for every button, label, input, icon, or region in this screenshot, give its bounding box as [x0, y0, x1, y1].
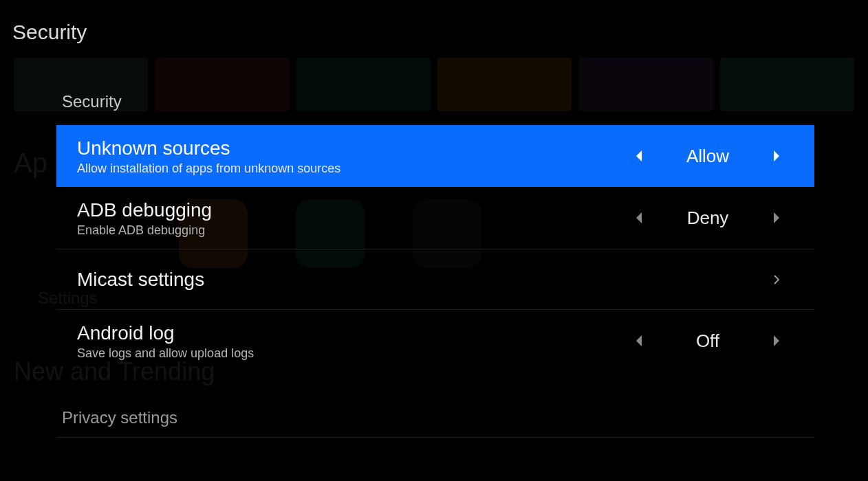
setting-title: Micast settings: [77, 267, 622, 291]
setting-desc: Save logs and allow upload logs: [77, 346, 622, 361]
setting-row-micast-settings[interactable]: Micast settings: [56, 249, 814, 310]
setting-title: Android log: [77, 321, 622, 345]
page-title: Security: [12, 21, 87, 44]
arrow-right-icon[interactable]: [759, 335, 794, 346]
value-selector: Deny: [622, 208, 794, 229]
setting-value: Deny: [656, 208, 759, 229]
divider: [56, 437, 814, 438]
value-selector: Off: [622, 331, 794, 352]
svg-marker-3: [774, 212, 779, 223]
setting-value: Allow: [656, 146, 759, 167]
setting-row-android-log[interactable]: Android log Save logs and allow upload l…: [56, 310, 814, 372]
setting-desc: Enable ADB debugging: [77, 223, 622, 238]
setting-text: Unknown sources Allow installation of ap…: [77, 136, 622, 176]
value-selector: Allow: [622, 146, 794, 167]
svg-marker-4: [636, 335, 642, 346]
arrow-left-icon[interactable]: [622, 150, 656, 161]
setting-row-unknown-sources[interactable]: Unknown sources Allow installation of ap…: [56, 125, 814, 187]
arrow-right-icon[interactable]: [759, 212, 794, 223]
arrow-left-icon[interactable]: [622, 212, 656, 223]
setting-value: Off: [656, 331, 759, 352]
background-apps-label: Ap: [14, 148, 47, 179]
svg-marker-5: [774, 335, 779, 346]
svg-marker-1: [774, 150, 779, 161]
svg-marker-2: [636, 212, 642, 223]
section-title-privacy: Privacy settings: [62, 408, 177, 427]
section-title-security: Security: [62, 92, 122, 111]
settings-list: Unknown sources Allow installation of ap…: [56, 125, 814, 372]
setting-row-adb-debugging[interactable]: ADB debugging Enable ADB debugging Deny: [56, 187, 814, 249]
setting-title: ADB debugging: [77, 198, 622, 222]
setting-desc: Allow installation of apps from unknown …: [77, 161, 622, 176]
setting-text: Android log Save logs and allow upload l…: [77, 321, 622, 361]
chevron-right-icon: [759, 274, 794, 285]
setting-title: Unknown sources: [77, 136, 622, 160]
setting-text: Micast settings: [77, 267, 622, 291]
setting-text: ADB debugging Enable ADB debugging: [77, 198, 622, 238]
arrow-right-icon[interactable]: [759, 150, 794, 161]
arrow-left-icon[interactable]: [622, 335, 656, 346]
svg-marker-0: [636, 150, 642, 161]
